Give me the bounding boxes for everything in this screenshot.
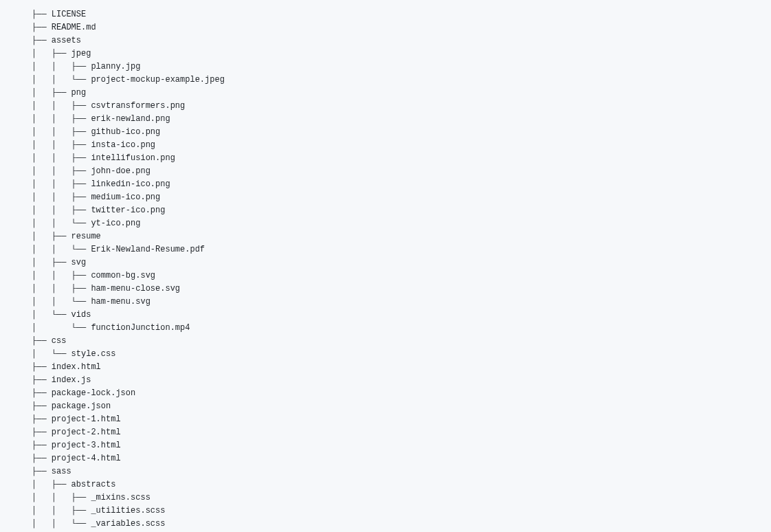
tree-line: │ │ ├── linkedin-ico.png xyxy=(32,178,739,191)
tree-line: │ └── functionJunction.mp4 xyxy=(32,322,739,335)
tree-line: ├── assets xyxy=(32,34,739,47)
tree-line: │ │ ├── github-ico.png xyxy=(32,126,739,139)
tree-line: │ │ └── project-mockup-example.jpeg xyxy=(32,74,739,87)
tree-line: ├── project-1.html xyxy=(32,413,739,426)
tree-line: │ │ ├── twitter-ico.png xyxy=(32,204,739,217)
tree-line: ├── package-lock.json xyxy=(32,387,739,400)
tree-line: │ ├── svg xyxy=(32,256,739,269)
tree-line: │ └── vids xyxy=(32,309,739,322)
tree-line: ├── README.md xyxy=(32,21,739,34)
tree-line: ├── index.js xyxy=(32,374,739,387)
tree-line: │ │ ├── erik-newland.png xyxy=(32,113,739,126)
tree-line: │ │ └── ham-menu.svg xyxy=(32,296,739,309)
tree-line: │ │ ├── _mixins.scss xyxy=(32,491,739,505)
tree-line: ├── project-4.html xyxy=(32,452,739,465)
tree-line: │ │ ├── planny.jpg xyxy=(32,60,739,74)
tree-line: ├── index.html xyxy=(32,361,739,374)
tree-line: │ │ └── Erik-Newland-Resume.pdf xyxy=(32,243,739,256)
tree-line: │ │ ├── john-doe.png xyxy=(32,165,739,178)
tree-line: ├── project-3.html xyxy=(32,439,739,452)
tree-line: │ ├── jpeg xyxy=(32,47,739,60)
tree-line: ├── css xyxy=(32,335,739,348)
tree-line: │ │ ├── insta-ico.png xyxy=(32,139,739,152)
tree-line: ├── sass xyxy=(32,465,739,478)
file-tree-container: ├── LICENSE├── README.md├── assets│ ├── … xyxy=(0,0,771,532)
tree-line: │ ├── resume xyxy=(32,230,739,243)
tree-line: │ │ ├── intellifusion.png xyxy=(32,152,739,165)
tree-line: │ │ ├── ham-menu-close.svg xyxy=(32,282,739,296)
tree-line: ├── project-2.html xyxy=(32,426,739,439)
tree-line: │ │ ├── _utilities.scss xyxy=(32,505,739,518)
tree-line: │ └── style.css xyxy=(32,348,739,361)
tree-line: │ │ └── yt-ico.png xyxy=(32,217,739,230)
tree-line: │ │ ├── common-bg.svg xyxy=(32,269,739,282)
tree-line: │ ├── abstracts xyxy=(32,478,739,491)
tree-line: │ │ ├── csvtransformers.png xyxy=(32,100,739,113)
tree-line: │ ├── png xyxy=(32,87,739,100)
tree-line: ├── package.json xyxy=(32,400,739,413)
tree-line: ├── LICENSE xyxy=(32,8,739,21)
tree-line: │ │ └── _variables.scss xyxy=(32,518,739,531)
tree-line: │ │ ├── medium-ico.png xyxy=(32,191,739,204)
